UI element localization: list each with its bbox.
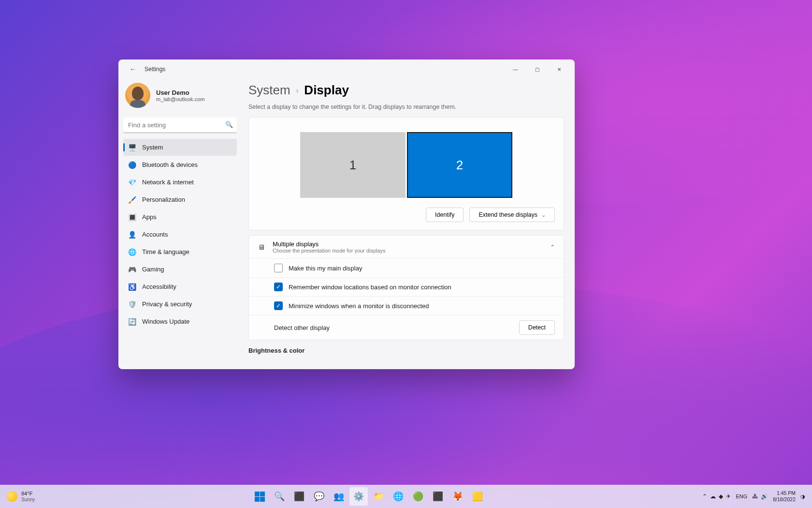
nav-icon: 🛡️ [128,300,136,308]
extend-displays-dropdown[interactable]: Extend these displays [469,208,555,222]
nav-icon: 🔵 [128,161,136,169]
system-tray[interactable]: ⌃ ☁ ◆ ✈ [702,493,731,500]
remember-locations-row: Remember window locations based on monit… [249,277,564,296]
sidebar-item-windows-update[interactable]: 🔄Windows Update [123,313,237,330]
sidebar-item-gaming[interactable]: 🎮Gaming [123,261,237,278]
nav-icon: ♿ [128,283,136,291]
nav-icon: 💎 [128,178,136,186]
avatar [125,83,150,108]
remember-locations-checkbox[interactable] [274,283,283,291]
taskbar-right: ⌃ ☁ ◆ ✈ ENG 🖧 🔊 1:45 PM 8/18/2022 ◑ [702,490,812,502]
sidebar-item-network-internet[interactable]: 💎Network & internet [123,174,237,191]
breadcrumb: System › Display [248,83,564,98]
search-taskbar-icon[interactable]: 🔍 [270,487,289,506]
display-arrangement-panel: 1 2 Identify Extend these displays [248,117,564,230]
minimize-disconnect-row: Minimize windows when a monitor is disco… [249,296,564,315]
location-icon[interactable]: ✈ [726,493,731,500]
sidebar-item-personalization[interactable]: 🖌️Personalization [123,191,237,208]
monitor-2[interactable]: 2 [407,132,512,198]
tray-expand-icon[interactable]: ⌃ [702,493,707,500]
user-profile[interactable]: User Demo m_lab@outlook.com [123,81,237,115]
multiple-displays-header[interactable]: 🖥 Multiple displays Choose the presentat… [249,236,564,258]
sidebar-item-accounts[interactable]: 👤Accounts [123,226,237,243]
user-name: User Demo [156,89,204,96]
task-view-icon[interactable]: ⬛ [290,487,308,506]
identify-button[interactable]: Identify [426,208,464,222]
brightness-section-header: Brightness & color [248,347,564,354]
breadcrumb-parent[interactable]: System [248,83,290,98]
app-icon[interactable]: 🟨 [468,487,487,506]
monitor-layout[interactable]: 1 2 [258,125,555,208]
window-title: Settings [145,66,165,73]
sidebar-item-accessibility[interactable]: ♿Accessibility [123,278,237,295]
sidebar-item-time-language[interactable]: 🌐Time & language [123,243,237,260]
nav-icon: 🌐 [128,248,136,256]
sidebar-item-bluetooth-devices[interactable]: 🔵Bluetooth & devices [123,156,237,173]
nav-icon: 🖥️ [128,143,136,151]
chevron-right-icon: › [296,87,299,94]
settings-window: ← Settings — ▢ ✕ User Demo m_lab@outlook… [118,60,575,369]
close-button[interactable]: ✕ [548,62,570,76]
language-indicator[interactable]: ENG [736,493,747,499]
chat-icon[interactable]: 💬 [310,487,328,506]
maximize-button[interactable]: ▢ [526,62,548,76]
search-field[interactable]: 🔍 [123,118,237,133]
nav-icon: 🔄 [128,317,136,326]
displays-icon: 🖥 [258,243,265,251]
sidebar-item-privacy-security[interactable]: 🛡️Privacy & security [123,296,237,313]
settings-taskbar-icon[interactable]: ⚙️ [349,487,368,506]
minimize-disconnect-checkbox[interactable] [274,301,283,310]
main-display-row: Make this my main display [249,258,564,277]
volume-icon[interactable]: 🔊 [761,493,768,500]
chevron-up-icon: ⌃ [550,244,555,251]
nav-icon: 🔳 [128,213,136,221]
nav-icon: 🎮 [128,265,136,273]
nav-icon: 🖌️ [128,195,136,204]
search-icon: 🔍 [225,121,233,128]
sidebar-item-system[interactable]: 🖥️System [123,139,237,156]
search-input[interactable] [123,118,237,133]
explorer-icon[interactable]: 📁 [369,487,388,506]
start-button[interactable] [250,487,269,506]
firefox-icon[interactable]: 🦊 [449,487,467,506]
breadcrumb-current: Display [304,83,349,98]
weather-widget[interactable]: 84°F Sunny [0,491,35,502]
minimize-button[interactable]: — [505,62,526,76]
clock[interactable]: 1:45 PM 8/18/2022 [773,490,796,502]
detect-row: Detect other display Detect [249,315,564,340]
titlebar: ← Settings — ▢ ✕ [118,60,575,79]
sun-icon [7,491,17,502]
nav-icon: 👤 [128,230,136,239]
onedrive-icon[interactable]: ☁ [710,493,716,500]
main-display-checkbox[interactable] [274,264,283,272]
people-icon[interactable]: 👥 [330,487,348,506]
edge-icon[interactable]: 🌐 [389,487,407,506]
monitor-1[interactable]: 1 [300,132,406,198]
tray-app-icon[interactable]: ◆ [719,493,723,500]
user-email: m_lab@outlook.com [156,96,204,102]
content: System › Display Select a display to cha… [242,79,575,369]
nav: 🖥️System🔵Bluetooth & devices💎Network & i… [123,139,237,330]
back-button[interactable]: ← [125,61,141,77]
page-subtitle: Select a display to change the settings … [248,104,564,110]
detect-button[interactable]: Detect [519,320,555,335]
network-icon[interactable]: 🖧 [752,493,758,500]
sidebar-item-apps[interactable]: 🔳Apps [123,209,237,225]
taskbar: 84°F Sunny 🔍 ⬛ 💬 👥 ⚙️ 📁 🌐 🟢 ⬛ 🦊 🟨 ⌃ ☁ ◆ … [0,485,812,508]
terminal-icon[interactable]: ⬛ [429,487,447,506]
taskbar-center: 🔍 ⬛ 💬 👥 ⚙️ 📁 🌐 🟢 ⬛ 🦊 🟨 [250,487,487,506]
edge-canary-icon[interactable]: 🟢 [409,487,427,506]
notifications-icon[interactable]: ◑ [800,493,805,500]
sidebar: User Demo m_lab@outlook.com 🔍 🖥️System🔵B… [118,79,242,369]
multiple-displays-card: 🖥 Multiple displays Choose the presentat… [248,235,564,340]
